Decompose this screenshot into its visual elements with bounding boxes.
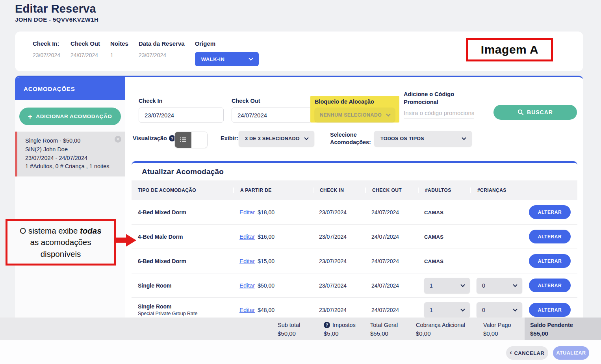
visualizacao-label: Visualização ?: [133, 135, 175, 141]
exibir-label: Exibir:: [221, 135, 238, 141]
chevron-down-icon: [304, 136, 308, 140]
alterar-button[interactable]: ALTERAR: [529, 230, 571, 243]
allocation-lock-highlight: Bloqueio de Alocação NENHUM SELECIONADO: [310, 96, 399, 123]
children-select[interactable]: 0: [477, 278, 522, 293]
calendar-icon[interactable]: [223, 108, 224, 122]
row-checkout: 24/07/2024: [365, 258, 418, 264]
main-content: Check In Check Out Bloquei: [125, 77, 583, 318]
editar-link[interactable]: Editar: [239, 258, 255, 264]
origem-dropdown[interactable]: WALK-IN: [195, 52, 259, 66]
annotation-arrow-head: [126, 234, 136, 247]
row-checkout: 24/07/2024: [365, 209, 418, 215]
camas-label: CAMAS: [424, 234, 443, 240]
children-select[interactable]: 0: [477, 302, 522, 318]
grid-view-option[interactable]: [191, 132, 207, 148]
table-row: 6-Bed Mixed Dorm Editar $15,00 23/07/202…: [132, 249, 577, 273]
checkin-input[interactable]: [139, 108, 223, 122]
row-checkin: 23/07/2024: [313, 234, 365, 240]
image-a-label: Imagem A: [466, 38, 553, 61]
table-row: Single Room Special Private Group Rate E…: [132, 298, 577, 318]
cancel-button[interactable]: ‹ CANCELAR: [506, 346, 548, 360]
chevron-down-icon: [460, 282, 465, 287]
close-icon[interactable]: ×: [115, 136, 121, 143]
table-row: 4-Bed Male Dorm Editar $16,00 23/07/2024…: [132, 225, 577, 249]
row-checkin: 23/07/2024: [313, 307, 365, 313]
checkout-input[interactable]: [232, 108, 316, 122]
view-mode-toggle[interactable]: [174, 132, 208, 148]
editar-link[interactable]: Editar: [239, 282, 255, 289]
editar-link[interactable]: Editar: [239, 209, 255, 215]
sidebar-title: ACOMODAÇÕES: [15, 77, 125, 100]
annotation-callout: O sistema exibe todas as acomodações dis…: [6, 219, 116, 266]
price-value: $16,00: [258, 234, 275, 240]
table-header-row: TIPO DE ACOMODAÇÃO A PARTIR DE CHECK IN …: [132, 180, 577, 200]
promo-code-input[interactable]: [404, 108, 474, 119]
summary-origem: Origem WALK-IN: [195, 40, 259, 66]
update-accommodation-panel: Atualizar Acomodação TIPO DE ACOMODAÇÃO …: [132, 161, 577, 318]
update-button[interactable]: ATUALIZAR: [553, 346, 589, 360]
guest-name-and-code: JOHN DOE - 5QVV6KVZW1H: [15, 16, 98, 23]
room-types-dropdown[interactable]: TODOS OS TIPOS: [374, 131, 472, 147]
edit-reservation-page: Editar Reserva JOHN DOE - 5QVV6KVZW1H Ch…: [0, 0, 601, 364]
annotation-arrow: [115, 238, 126, 243]
price-value: $50,00: [258, 282, 275, 289]
search-checkout-field: Check Out: [232, 98, 317, 123]
summary-fields: Check In: 23/07/2024 Check Out 24/07/202…: [33, 40, 259, 66]
list-view-option[interactable]: [175, 132, 191, 148]
row-checkin: 23/07/2024: [313, 258, 365, 264]
adults-select[interactable]: 1: [424, 278, 470, 293]
alterar-button[interactable]: ALTERAR: [529, 205, 571, 219]
row-checkin: 23/07/2024: [313, 209, 365, 215]
table-row: 4-Bed Mixed Dorm Editar $18,00 23/07/202…: [132, 200, 577, 225]
camas-label: CAMAS: [424, 210, 443, 215]
chevron-down-icon: [462, 136, 466, 140]
alterar-button[interactable]: ALTERAR: [529, 254, 571, 268]
rate-plan-subtitle: Special Private Group Rate: [138, 311, 233, 316]
chevron-down-icon: [249, 56, 253, 60]
chevron-left-icon: ‹: [510, 349, 512, 356]
accommodations-sidebar: ACOMODAÇÕES + ADICIONAR ACOMODAÇÃO Singl…: [15, 77, 125, 318]
adults-select[interactable]: 1: [424, 302, 470, 318]
editar-link[interactable]: Editar: [239, 306, 255, 313]
buscar-button[interactable]: BUSCAR: [493, 105, 577, 120]
room-card-dates: 23/07/2024 - 24/07/2024: [25, 154, 115, 163]
editar-link[interactable]: Editar: [239, 233, 255, 240]
main-panel: ACOMODAÇÕES + ADICIONAR ACOMODAÇÃO Singl…: [15, 76, 583, 318]
row-checkout: 24/07/2024: [365, 234, 418, 240]
selecione-acomodacoes-label: Selecione Acomodações:: [330, 131, 374, 146]
price-value: $18,00: [258, 209, 275, 215]
chevron-down-icon: [386, 112, 390, 116]
selected-room-card[interactable]: Single Room - $50,00 SIN(2) John Doe 23/…: [15, 132, 125, 176]
chevron-down-icon: [513, 307, 517, 311]
annotation-line-2: as acomodações: [30, 236, 91, 248]
annotation-line-1: O sistema exibe todas: [20, 225, 101, 236]
room-card-occupancy: 1 #Adultos, 0 # Criança , 1 noites: [25, 162, 115, 171]
row-checkin: 23/07/2024: [313, 282, 365, 289]
page-title: Editar Reserva: [15, 2, 96, 15]
search-checkin-field: Check In: [139, 98, 224, 123]
alterar-button[interactable]: ALTERAR: [529, 279, 571, 292]
price-value: $48,00: [258, 307, 275, 313]
summary-nights: Noites 1: [110, 40, 128, 66]
exibir-dropdown[interactable]: 3 DE 3 SELECIONADO: [239, 131, 314, 147]
summary-checkout: Check Out 24/07/2024: [70, 40, 100, 66]
summary-checkin: Check In: 23/07/2024: [33, 40, 60, 66]
allocation-lock-dropdown[interactable]: NENHUM SELECIONADO: [315, 108, 395, 122]
table-row: Single Room Editar $50,00 23/07/2024 24/…: [132, 273, 577, 298]
row-checkout: 24/07/2024: [365, 282, 418, 289]
annotation-line-3: disponíveis: [41, 248, 81, 260]
plus-icon: +: [28, 113, 33, 120]
add-accommodation-button[interactable]: + ADICIONAR ACOMODAÇÃO: [19, 108, 121, 125]
promo-code-field: Adicione o Código Promocional: [404, 91, 475, 119]
alterar-button[interactable]: ALTERAR: [529, 303, 571, 317]
chevron-down-icon: [513, 282, 517, 287]
room-card-title: Single Room - $50,00: [25, 137, 115, 145]
room-card-guest: SIN(2) John Doe: [25, 145, 115, 154]
action-strip: ‹ CANCELAR ATUALIZAR: [0, 340, 601, 364]
help-icon[interactable]: ?: [324, 322, 330, 328]
row-checkout: 24/07/2024: [365, 307, 418, 313]
price-value: $15,00: [258, 258, 275, 264]
totals-bar: Sub total $50,00 ?Impostos $5,00 Total G…: [0, 318, 601, 340]
search-icon: [518, 109, 524, 115]
camas-label: CAMAS: [424, 258, 443, 264]
